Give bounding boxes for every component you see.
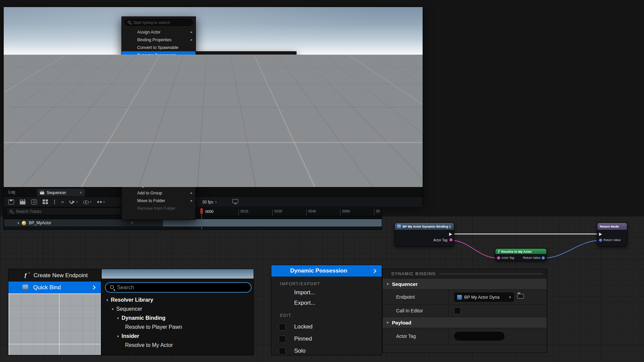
menu-item-tags[interactable]: Tags▸: [122, 181, 196, 189]
menu-item-cut[interactable]: CutCTRL+X: [122, 120, 196, 128]
menu-item-import[interactable]: Import...: [122, 66, 196, 74]
actor-tag-input[interactable]: [454, 332, 504, 341]
menu-item-convert-to-spawnable[interactable]: Convert to Spawnable: [122, 44, 196, 51]
actor-tag-output-pin[interactable]: [449, 238, 452, 241]
curve-editor-icon[interactable]: ≈: [61, 199, 64, 204]
tree-item-resolve-to-my-actor[interactable]: Resolve to My Actor: [125, 341, 173, 349]
menu-item-quick-bind[interactable]: Quick Bind: [8, 282, 101, 293]
tree-item-resolve-to-player-pawn[interactable]: Resolve to Player Pawn: [303, 116, 403, 122]
visibility-dropdown[interactable]: ▾: [83, 200, 91, 204]
flyout-category-sequencer[interactable]: ▾ Sequencer: [196, 60, 296, 67]
caret-down-icon[interactable]: ▾: [317, 112, 318, 115]
return-value-input-pin[interactable]: [599, 239, 602, 242]
caret-down-icon[interactable]: ▾: [117, 334, 119, 339]
menu-item-assign-actor[interactable]: Assign Actor▸: [122, 28, 196, 36]
node-resolve-to-my-actor[interactable]: ƒ Resolve to My Actor Actor Tag Return V…: [495, 248, 547, 261]
menu-item-locked[interactable]: Locked: [122, 89, 196, 97]
caret-down-icon[interactable]: ▾: [112, 307, 114, 311]
close-icon[interactable]: ×: [79, 190, 82, 195]
tree-item-dynamic-binding[interactable]: ▾Dynamic Binding: [117, 314, 165, 322]
menu-item-export[interactable]: Export...: [271, 298, 382, 308]
tree-item-sequencer[interactable]: ▾Sequencer: [112, 305, 142, 313]
pinned-checkbox[interactable]: [279, 336, 286, 343]
menu-item-add-to-group[interactable]: Add to Group▸: [122, 189, 196, 197]
caret-down-icon[interactable]: ▾: [308, 101, 309, 104]
track-content-bar[interactable]: [163, 219, 382, 227]
caret-down-icon[interactable]: ▾: [312, 106, 314, 109]
popup-search-box[interactable]: [105, 282, 252, 293]
menu-item-pinned[interactable]: Pinned: [122, 97, 196, 105]
mute-checkbox[interactable]: [127, 114, 131, 118]
column-divider[interactable]: [448, 328, 449, 344]
return-value-output-pin[interactable]: [542, 256, 545, 259]
menu-item-rename[interactable]: RenameF2: [122, 166, 196, 174]
menu-item-solo[interactable]: Solo: [122, 105, 196, 112]
caret-down-icon[interactable]: ▾: [117, 316, 119, 320]
category-payload[interactable]: ▾ Payload: [383, 317, 547, 328]
track-header-bp-myactor[interactable]: ▾ BP_MyActor +: [4, 219, 163, 227]
wrench-dropdown[interactable]: ▾: [69, 199, 77, 204]
locked-checkbox[interactable]: [127, 91, 131, 95]
menu-item-quick-bind[interactable]: Quick Bind ▸: [240, 87, 302, 95]
node-bp-my-actor-dynamic-binding-1[interactable]: BP My Actor Dynamic Binding 1 Actor Tag: [394, 223, 454, 247]
menu-item-create-new-endpoint[interactable]: ƒ+ Create New Endpoint: [240, 79, 302, 87]
menu-item-dynamic-possession[interactable]: Dynamic Possession: [271, 265, 382, 277]
clapperboard-icon[interactable]: [20, 199, 25, 204]
popup-search-input[interactable]: [316, 92, 398, 96]
popup-search-box[interactable]: [305, 90, 401, 97]
menu-item-import[interactable]: Import...: [271, 287, 382, 298]
menu-item-create-new-endpoint[interactable]: ƒ+ Create New Endpoint: [8, 269, 101, 282]
menu-item-mute[interactable]: Mute: [122, 112, 196, 120]
actor-tag-input-pin[interactable]: [497, 256, 500, 259]
save-icon[interactable]: [8, 199, 14, 204]
menu-item-locked[interactable]: Locked: [271, 321, 382, 333]
endpoint-dropdown[interactable]: ƒ Unbound ▾: [243, 69, 280, 76]
tree-item-insider[interactable]: ▾Insider: [117, 332, 139, 340]
exec-output-pin[interactable]: [449, 233, 452, 236]
browse-asset-icon[interactable]: [518, 294, 524, 299]
fps-dropdown[interactable]: 30 fps ▾: [200, 198, 219, 206]
browse-asset-icon[interactable]: [283, 70, 288, 74]
add-track-button[interactable]: +: [130, 220, 133, 225]
kebab-menu-icon[interactable]: [54, 199, 55, 204]
menu-item-solo[interactable]: Solo: [271, 345, 382, 355]
keyframe-dropdown[interactable]: ◆◆ ▾: [97, 199, 105, 204]
tree-item-dynamic-binding[interactable]: ▾Dynamic Binding: [303, 111, 403, 116]
thumbnails-icon[interactable]: [43, 199, 48, 204]
menu-item-dynamic-possession[interactable]: Dynamic Possession▸: [122, 51, 196, 59]
camera-icon[interactable]: [31, 199, 37, 204]
category-sequencer[interactable]: ▾ Sequencer: [383, 278, 547, 289]
menu-search-input[interactable]: [133, 20, 190, 24]
tree-item-sequencer[interactable]: ▾Sequencer: [303, 105, 403, 111]
menu-item-delete-and-keep-state[interactable]: ×Delete and Keep State: [122, 159, 196, 166]
solo-checkbox[interactable]: [279, 348, 286, 355]
locked-checkbox[interactable]: [279, 323, 286, 330]
pinned-checkbox[interactable]: [127, 99, 131, 103]
tab-sequencer[interactable]: Sequencer ×: [37, 188, 86, 197]
tree-item-resolver-library[interactable]: ▾Resolver Library: [303, 99, 403, 105]
menu-item-pinned[interactable]: Pinned: [271, 333, 382, 345]
endpoint-dropdown[interactable]: BP My Actor Dyna ▾: [454, 293, 514, 302]
exec-input-pin[interactable]: [599, 233, 602, 236]
menu-search-box[interactable]: [124, 19, 193, 26]
solo-checkbox[interactable]: [127, 106, 131, 111]
menu-item-binding-properties[interactable]: Binding Properties▸: [122, 36, 196, 44]
menu-item-export[interactable]: Export...: [122, 74, 196, 82]
popup-search-input[interactable]: [117, 285, 247, 291]
menu-item-move-to-folder[interactable]: Move to Folder▸: [122, 197, 196, 204]
monitor-icon[interactable]: [232, 199, 238, 203]
menu-item-delete[interactable]: ×Delete: [122, 151, 196, 159]
expand-caret-icon[interactable]: ▾: [17, 221, 19, 225]
unreal-editor-root: BP My Actor Dynamic Binding 1 Actor Tag …: [0, 0, 644, 362]
column-divider[interactable]: [448, 305, 449, 317]
tree-item-resolve-to-player-pawn[interactable]: Resolve to Player Pawn: [125, 323, 182, 331]
call-in-editor-checkbox[interactable]: [454, 307, 461, 314]
tree-item-resolver-library[interactable]: ▾Resolver Library: [106, 296, 153, 304]
caret-down-icon[interactable]: ▾: [106, 298, 108, 302]
menu-item-duplicate[interactable]: DuplicateCTRL+D: [122, 143, 196, 151]
menu-item-copy[interactable]: CopyCTRL+C: [122, 128, 196, 135]
node-return-node[interactable]: Return Node Return Value: [597, 223, 627, 247]
tab-log[interactable]: Log: [8, 187, 15, 197]
column-divider[interactable]: [448, 290, 449, 304]
viewport-floor-crop: [8, 293, 101, 355]
